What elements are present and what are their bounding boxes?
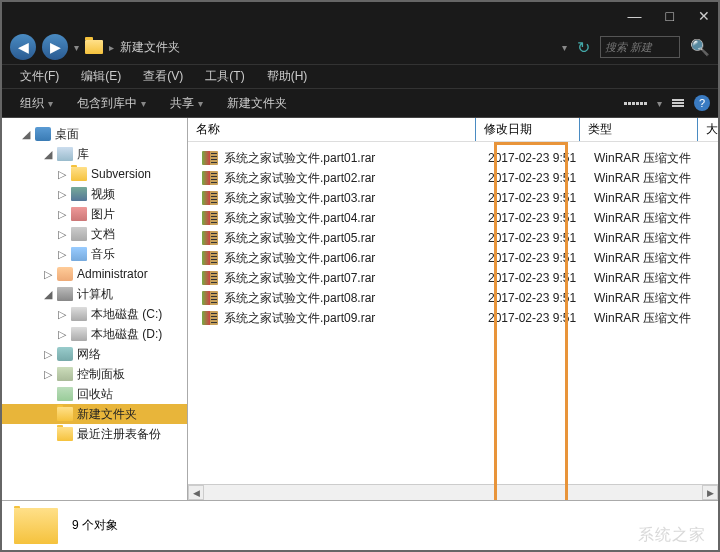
menu-tools[interactable]: 工具(T)	[195, 66, 254, 87]
organize-button[interactable]: 组织▾	[10, 92, 63, 115]
tree-reg-backup[interactable]: 最近注册表备份	[2, 424, 187, 444]
file-row[interactable]: 系统之家试验文件.part01.rar2017-02-23 9:51WinRAR…	[188, 148, 718, 168]
rar-icon	[202, 191, 218, 205]
scroll-left-icon[interactable]: ◀	[188, 485, 204, 500]
tree-drive-c[interactable]: ▷本地磁盘 (C:)	[2, 304, 187, 324]
tree-subversion[interactable]: ▷Subversion	[2, 164, 187, 184]
status-folder-icon	[14, 508, 58, 544]
rar-icon	[202, 171, 218, 185]
share-button[interactable]: 共享▾	[160, 92, 213, 115]
file-date: 2017-02-23 9:51	[488, 231, 594, 245]
view-mode-button[interactable]	[624, 102, 647, 105]
file-date: 2017-02-23 9:51	[488, 271, 594, 285]
rar-icon	[202, 251, 218, 265]
tool-bar: 组织▾ 包含到库中▾ 共享▾ 新建文件夹 ▾ ?	[2, 88, 718, 118]
file-type: WinRAR 压缩文件	[594, 310, 714, 327]
file-list[interactable]: 系统之家试验文件.part01.rar2017-02-23 9:51WinRAR…	[188, 142, 718, 484]
search-box[interactable]	[600, 36, 680, 58]
file-date: 2017-02-23 9:51	[488, 171, 594, 185]
explorer-window: — □ ✕ ◀ ▶ ▾ ▸ 新建文件夹 ▾ ↻ 🔍 文件(F) 编辑(E) 查看…	[0, 0, 720, 552]
search-icon[interactable]: 🔍	[690, 38, 710, 57]
breadcrumb-folder[interactable]: 新建文件夹	[120, 39, 180, 56]
content-area: ◢桌面 ◢库 ▷Subversion ▷视频 ▷图片 ▷文档 ▷音乐 ▷Admi…	[2, 118, 718, 500]
file-row[interactable]: 系统之家试验文件.part05.rar2017-02-23 9:51WinRAR…	[188, 228, 718, 248]
file-row[interactable]: 系统之家试验文件.part08.rar2017-02-23 9:51WinRAR…	[188, 288, 718, 308]
rar-icon	[202, 271, 218, 285]
file-pane: 名称 修改日期 类型 大 系统之家试验文件.part01.rar2017-02-…	[188, 118, 718, 500]
column-headers: 名称 修改日期 类型 大	[188, 118, 718, 142]
tree-desktop[interactable]: ◢桌面	[2, 124, 187, 144]
new-folder-button[interactable]: 新建文件夹	[217, 92, 297, 115]
menu-edit[interactable]: 编辑(E)	[71, 66, 131, 87]
include-library-button[interactable]: 包含到库中▾	[67, 92, 156, 115]
tree-control-panel[interactable]: ▷控制面板	[2, 364, 187, 384]
file-date: 2017-02-23 9:51	[488, 251, 594, 265]
watermark: 系统之家	[638, 525, 706, 546]
rar-icon	[202, 291, 218, 305]
tree-music[interactable]: ▷音乐	[2, 244, 187, 264]
file-type: WinRAR 压缩文件	[594, 150, 714, 167]
file-date: 2017-02-23 9:51	[488, 311, 594, 325]
rar-icon	[202, 311, 218, 325]
tree-computer[interactable]: ◢计算机	[2, 284, 187, 304]
file-row[interactable]: 系统之家试验文件.part07.rar2017-02-23 9:51WinRAR…	[188, 268, 718, 288]
file-row[interactable]: 系统之家试验文件.part06.rar2017-02-23 9:51WinRAR…	[188, 248, 718, 268]
col-date[interactable]: 修改日期	[475, 118, 579, 141]
maximize-button[interactable]: □	[666, 8, 674, 24]
view-dropdown-icon[interactable]: ▾	[657, 98, 662, 109]
tree-network[interactable]: ▷网络	[2, 344, 187, 364]
back-button[interactable]: ◀	[10, 34, 36, 60]
file-type: WinRAR 压缩文件	[594, 270, 714, 287]
file-name: 系统之家试验文件.part02.rar	[224, 170, 488, 187]
refresh-icon[interactable]: ↻	[577, 38, 590, 57]
folder-icon	[85, 40, 103, 54]
file-row[interactable]: 系统之家试验文件.part03.rar2017-02-23 9:51WinRAR…	[188, 188, 718, 208]
rar-icon	[202, 151, 218, 165]
tree-documents[interactable]: ▷文档	[2, 224, 187, 244]
title-bar: — □ ✕	[2, 2, 718, 30]
rar-icon	[202, 231, 218, 245]
menu-view[interactable]: 查看(V)	[133, 66, 193, 87]
file-type: WinRAR 压缩文件	[594, 210, 714, 227]
file-name: 系统之家试验文件.part06.rar	[224, 250, 488, 267]
preview-pane-button[interactable]	[672, 99, 684, 107]
tree-libraries[interactable]: ◢库	[2, 144, 187, 164]
forward-button[interactable]: ▶	[42, 34, 68, 60]
tree-recycle-bin[interactable]: 回收站	[2, 384, 187, 404]
file-name: 系统之家试验文件.part01.rar	[224, 150, 488, 167]
history-dropdown-icon[interactable]: ▾	[74, 42, 79, 53]
tree-new-folder[interactable]: 新建文件夹	[2, 404, 187, 424]
menu-file[interactable]: 文件(F)	[10, 66, 69, 87]
tree-pictures[interactable]: ▷图片	[2, 204, 187, 224]
breadcrumb[interactable]: 新建文件夹	[120, 39, 556, 56]
file-name: 系统之家试验文件.part05.rar	[224, 230, 488, 247]
file-type: WinRAR 压缩文件	[594, 250, 714, 267]
file-row[interactable]: 系统之家试验文件.part02.rar2017-02-23 9:51WinRAR…	[188, 168, 718, 188]
path-dropdown-icon[interactable]: ▾	[562, 42, 567, 53]
search-input[interactable]	[605, 41, 665, 53]
minimize-button[interactable]: —	[628, 8, 642, 24]
menu-help[interactable]: 帮助(H)	[257, 66, 318, 87]
tree-video[interactable]: ▷视频	[2, 184, 187, 204]
file-name: 系统之家试验文件.part07.rar	[224, 270, 488, 287]
tree-drive-d[interactable]: ▷本地磁盘 (D:)	[2, 324, 187, 344]
scroll-right-icon[interactable]: ▶	[702, 485, 718, 500]
horizontal-scrollbar[interactable]: ◀ ▶	[188, 484, 718, 500]
file-type: WinRAR 压缩文件	[594, 230, 714, 247]
tree-admin[interactable]: ▷Administrator	[2, 264, 187, 284]
file-row[interactable]: 系统之家试验文件.part04.rar2017-02-23 9:51WinRAR…	[188, 208, 718, 228]
close-button[interactable]: ✕	[698, 8, 710, 24]
file-date: 2017-02-23 9:51	[488, 191, 594, 205]
file-date: 2017-02-23 9:51	[488, 211, 594, 225]
file-row[interactable]: 系统之家试验文件.part09.rar2017-02-23 9:51WinRAR…	[188, 308, 718, 328]
col-name[interactable]: 名称	[188, 118, 475, 141]
file-type: WinRAR 压缩文件	[594, 190, 714, 207]
col-type[interactable]: 类型	[579, 118, 697, 141]
rar-icon	[202, 211, 218, 225]
help-icon[interactable]: ?	[694, 95, 710, 111]
file-name: 系统之家试验文件.part04.rar	[224, 210, 488, 227]
nav-tree[interactable]: ◢桌面 ◢库 ▷Subversion ▷视频 ▷图片 ▷文档 ▷音乐 ▷Admi…	[2, 118, 188, 500]
col-size[interactable]: 大	[697, 118, 718, 141]
nav-bar: ◀ ▶ ▾ ▸ 新建文件夹 ▾ ↻ 🔍	[2, 30, 718, 64]
chevron-right-icon: ▸	[109, 42, 114, 53]
